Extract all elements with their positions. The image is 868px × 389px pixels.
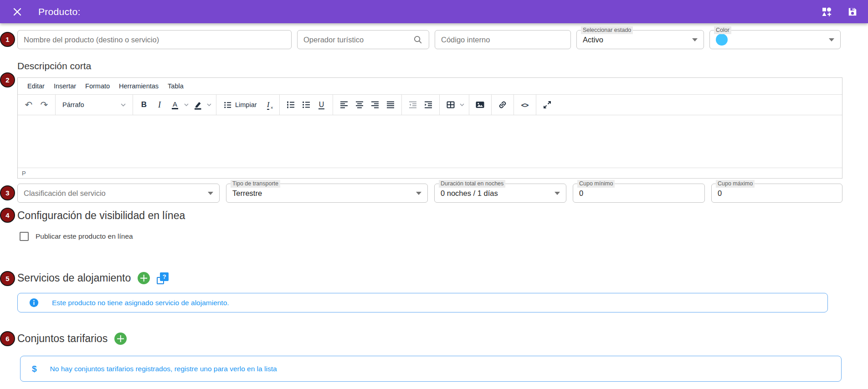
form-content: Seleccionar estado Activo Color Descripc… bbox=[0, 23, 868, 382]
element-path: P bbox=[22, 170, 26, 177]
tour-operator-input[interactable] bbox=[303, 36, 413, 44]
rate-sets-section-header: Conjuntos tarifarios bbox=[17, 332, 842, 346]
lodging-empty-message: Este producto no tiene asignado servicio… bbox=[52, 299, 229, 307]
status-select-value: Activo bbox=[583, 36, 603, 44]
row-basic-info: Seleccionar estado Activo Color bbox=[17, 30, 842, 49]
save-icon[interactable] bbox=[847, 6, 858, 18]
text-color-icon[interactable]: A bbox=[167, 97, 183, 113]
internal-code-input[interactable] bbox=[441, 36, 565, 44]
editor-statusbar: P bbox=[18, 168, 842, 178]
underline-icon[interactable]: U bbox=[314, 97, 329, 113]
duration-label: Duración total en noches bbox=[439, 180, 505, 188]
product-name-field[interactable] bbox=[17, 30, 292, 49]
color-select-label: Color bbox=[714, 26, 731, 34]
chevron-down-icon bbox=[692, 38, 698, 41]
annotation-marker-1: 1 bbox=[0, 32, 15, 47]
table-menu-chevron-icon[interactable] bbox=[458, 97, 466, 113]
info-icon bbox=[29, 298, 39, 307]
format-select[interactable]: Párrafo bbox=[59, 97, 129, 113]
bold-icon[interactable]: B bbox=[136, 97, 152, 113]
rich-text-editor: Editar Insertar Formato Herramientas Tab… bbox=[17, 77, 842, 179]
tour-operator-field[interactable] bbox=[297, 30, 429, 49]
add-rate-set-icon[interactable] bbox=[114, 333, 127, 345]
annotation-marker-3: 3 bbox=[0, 185, 15, 200]
page-title: Producto: bbox=[38, 6, 81, 17]
indent-icon[interactable] bbox=[421, 97, 436, 113]
appbar-actions bbox=[821, 6, 858, 18]
publish-online-checkbox[interactable] bbox=[20, 232, 29, 241]
highlight-color-icon[interactable] bbox=[190, 97, 205, 113]
chevron-down-icon bbox=[121, 103, 126, 107]
clear-formatting-icon[interactable]: I× bbox=[261, 97, 276, 113]
publish-online-row: Publicar este producto en línea bbox=[20, 232, 842, 241]
product-form-page: Producto: bbox=[0, 0, 868, 389]
appbar: Producto: bbox=[0, 0, 868, 23]
duration-value: 0 noches / 1 días bbox=[441, 189, 498, 198]
add-lodging-icon[interactable] bbox=[138, 272, 150, 284]
chevron-down-icon bbox=[416, 192, 421, 195]
text-color-menu-chevron-icon[interactable] bbox=[183, 97, 190, 113]
align-center-icon[interactable] bbox=[352, 97, 367, 113]
max-quota-label: Cupo máximo bbox=[716, 180, 755, 188]
annotation-marker-2: 2 bbox=[0, 72, 15, 87]
rate-sets-empty-alert: $ No hay conjuntos tarifarios registrado… bbox=[20, 356, 842, 382]
fullscreen-icon[interactable] bbox=[539, 97, 555, 113]
publish-online-label[interactable]: Publicar este producto en línea bbox=[36, 232, 133, 241]
lodging-heading: Servicios de alojamiento bbox=[17, 271, 131, 285]
transport-type-label: Tipo de transporte bbox=[231, 180, 280, 188]
product-name-input[interactable] bbox=[24, 36, 285, 44]
service-classification-select[interactable]: Clasificación del servicio bbox=[17, 184, 220, 203]
redo-icon[interactable]: ↷ bbox=[36, 97, 52, 113]
lodging-section-header: Servicios de alojamiento ? bbox=[17, 271, 842, 285]
align-justify-icon[interactable] bbox=[383, 97, 398, 113]
image-icon[interactable] bbox=[473, 97, 488, 113]
bullet-list-icon[interactable] bbox=[298, 97, 314, 113]
rate-sets-heading: Conjuntos tarifarios bbox=[17, 332, 108, 346]
status-select[interactable]: Seleccionar estado Activo bbox=[576, 30, 704, 49]
source-code-icon[interactable]: <> bbox=[517, 97, 533, 113]
min-quota-field[interactable]: Cupo mínimo 0 bbox=[573, 184, 705, 203]
add-category-icon[interactable] bbox=[821, 6, 832, 18]
align-right-icon[interactable] bbox=[367, 97, 383, 113]
italic-icon[interactable]: I bbox=[152, 97, 167, 113]
menu-table[interactable]: Tabla bbox=[163, 78, 188, 94]
annotation-marker-4: 4 bbox=[0, 208, 15, 223]
close-icon[interactable] bbox=[11, 5, 24, 18]
transport-type-select[interactable]: Tipo de transporte Terrestre bbox=[226, 184, 428, 203]
max-quota-value: 0 bbox=[718, 189, 722, 198]
transport-type-value: Terrestre bbox=[232, 189, 262, 198]
highlight-color-menu-chevron-icon[interactable] bbox=[205, 97, 213, 113]
clean-button[interactable]: Limpiar bbox=[220, 97, 261, 113]
internal-code-field[interactable] bbox=[435, 30, 571, 49]
duration-select[interactable]: Duración total en noches 0 noches / 1 dí… bbox=[434, 184, 566, 203]
color-select[interactable]: Color bbox=[709, 30, 841, 49]
chevron-down-icon bbox=[208, 192, 213, 195]
menu-insert[interactable]: Insertar bbox=[49, 78, 81, 94]
undo-icon[interactable]: ↶ bbox=[21, 97, 36, 113]
online-visibility-heading: Configuración de visibilidad en línea bbox=[17, 209, 842, 223]
editor-content-area[interactable] bbox=[18, 115, 842, 168]
annotation-marker-6: 6 bbox=[0, 331, 15, 346]
min-quota-value: 0 bbox=[579, 189, 583, 198]
align-left-icon[interactable] bbox=[336, 97, 352, 113]
table-icon[interactable] bbox=[443, 97, 458, 113]
search-icon bbox=[413, 35, 423, 45]
max-quota-field[interactable]: Cupo máximo 0 bbox=[711, 184, 842, 203]
outdent-icon bbox=[405, 97, 421, 113]
annotation-marker-5: 5 bbox=[0, 271, 15, 286]
help-icon[interactable]: ? bbox=[157, 272, 169, 284]
selected-color-dot bbox=[716, 34, 728, 46]
rate-sets-empty-message: No hay conjuntos tarifarios registrados,… bbox=[50, 365, 277, 373]
menu-edit[interactable]: Editar bbox=[23, 78, 49, 94]
service-classification-placeholder: Clasificación del servicio bbox=[24, 189, 106, 198]
money-icon: $ bbox=[32, 364, 37, 374]
clean-button-label: Limpiar bbox=[235, 101, 257, 108]
short-description-heading: Descripción corta bbox=[17, 60, 842, 72]
link-icon[interactable] bbox=[495, 97, 510, 113]
row-service-config: Clasificación del servicio Tipo de trans… bbox=[17, 184, 842, 203]
menu-format[interactable]: Formato bbox=[81, 78, 114, 94]
ordered-list-icon[interactable] bbox=[283, 97, 298, 113]
editor-toolbar: ↶ ↷ Párrafo B I A bbox=[18, 95, 842, 115]
menu-tools[interactable]: Herramientas bbox=[114, 78, 163, 94]
chevron-down-icon bbox=[555, 192, 560, 195]
